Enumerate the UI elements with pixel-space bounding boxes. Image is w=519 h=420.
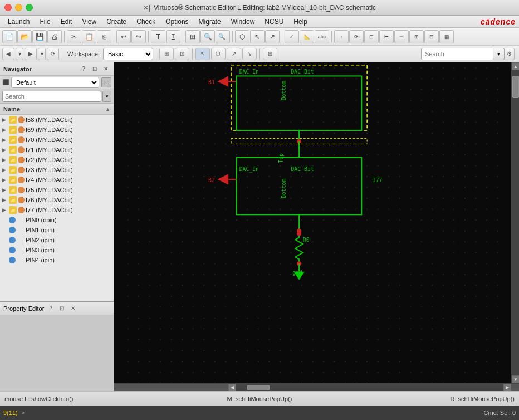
list-item[interactable]: ▶ 📁 I73 (MY...DACbit) [0,165,114,175]
list-item[interactable]: PIN0 (opin) [0,215,114,225]
menu-edit[interactable]: Edit [56,17,77,27]
list-item[interactable]: PIN3 (ipin) [0,245,114,255]
print-button[interactable]: 🖨 [47,30,62,43]
list-item[interactable]: ▶ 📁 I77 (MY...DACbit) [0,205,114,215]
property-editor-help-button[interactable]: ? [46,304,55,313]
menu-launch[interactable]: Launch [3,17,34,27]
minimize-button[interactable] [15,4,22,11]
list-item[interactable]: PIN2 (ipin) [0,235,114,245]
workspace-select[interactable]: Basic Advanced [103,48,153,60]
scroll-up-button[interactable]: ▲ [512,62,519,70]
zoom-in-button[interactable]: 🔍 [200,30,215,43]
ruler-button[interactable]: 📐 [300,30,314,43]
select-button[interactable]: T [151,30,165,43]
command-input[interactable] [28,409,480,416]
toolbar2-btn2[interactable]: ⊡ [175,48,189,60]
h-scrollbar-track[interactable] [236,384,503,391]
back-button[interactable]: ◀ [2,48,14,60]
back-dropdown[interactable]: ▾ [16,48,23,60]
toolbar-btn7[interactable]: ⊟ [424,30,439,43]
scroll-left-button[interactable]: ◀ [228,384,236,392]
menu-file[interactable]: File [35,17,55,27]
toolbar-btn5[interactable]: ⊣ [394,30,409,43]
text-button[interactable]: T [166,30,180,43]
navigator-search-dropdown[interactable]: ▾ [102,91,111,102]
add-wire-button[interactable]: ↖ [250,30,265,43]
menu-view[interactable]: View [77,17,101,27]
toolbar2-select-btn[interactable]: ↖ [195,48,210,60]
list-item[interactable]: ▶ 📁 I69 (MY...DACbit) [0,125,114,135]
menu-migrate[interactable]: Migrate [194,17,226,27]
toolbar-btn8[interactable]: ▦ [439,30,454,43]
list-item[interactable]: ▶ 📁 I71 (MY...DACbit) [0,145,114,155]
menu-window[interactable]: Window [227,17,260,27]
list-item[interactable]: PIN4 (ipin) [0,255,114,265]
scroll-down-button[interactable]: ▼ [512,375,519,383]
toolbar2-btn3[interactable]: ⬡ [211,48,226,60]
sort-icon[interactable]: ▲ [105,106,110,112]
menu-create[interactable]: Create [102,17,131,27]
open-button[interactable]: 📂 [17,30,32,43]
toolbar2-btn4[interactable]: ↗ [227,48,241,60]
schematic-canvas-area[interactable]: B1 DAC_In DAC Bit Bottom [114,62,511,383]
navigator-close-button[interactable]: ✕ [101,65,110,74]
bottom-scrollbar[interactable]: ◀ ▶ [228,383,511,391]
name-column-header: Name [3,106,105,113]
scrollbar-track[interactable] [512,70,519,375]
list-item[interactable]: PIN1 (ipin) [0,225,114,235]
refresh-button[interactable]: ⟳ [47,48,59,60]
forward-button[interactable]: ▶ [25,48,37,60]
add-pin-button[interactable]: ↗ [265,30,280,43]
label-button[interactable]: abc [315,30,329,43]
undo-button[interactable]: ↩ [116,30,131,43]
search-dropdown-button[interactable]: ▾ [493,48,505,60]
toolbar2-btn5[interactable]: ↘ [242,48,257,60]
menu-options[interactable]: Options [161,17,193,27]
close-button[interactable] [4,4,12,11]
maximize-button[interactable] [26,4,33,11]
navigator-detach-button[interactable]: ⊡ [90,65,99,74]
add-instance-button[interactable]: ⬡ [235,30,249,43]
check-button[interactable]: ✓ [285,30,299,43]
traffic-lights [4,4,33,11]
search-input[interactable] [421,48,493,60]
toolbar-btn2[interactable]: ⟳ [349,30,364,43]
navigator-help-button[interactable]: ? [79,65,88,74]
list-item[interactable]: ▶ 📁 I58 (MY...DACbit) [0,115,114,125]
toolbar-btn3[interactable]: ⊡ [364,30,379,43]
new-button[interactable]: 📄 [2,30,17,43]
menu-check[interactable]: Check [132,17,160,27]
list-item[interactable]: ▶ 📁 I70 (MY...DACbit) [0,135,114,145]
zoom-out-button[interactable]: 🔍- [216,30,230,43]
list-item[interactable]: ▶ 📁 I76 (MY...DACbit) [0,195,114,205]
status-mouse-left: mouse L: showClickInfo() [4,395,174,402]
list-item[interactable]: ▶ 📁 I75 (MY...DACbit) [0,185,114,195]
zoom-fit-button[interactable]: ⊞ [185,30,200,43]
command-counter: 9(11) [3,409,18,416]
toolbar-btn4[interactable]: ⊢ [379,30,394,43]
menu-help[interactable]: Help [289,17,312,27]
list-item[interactable]: ▶ 📁 I74 (MY...DACbit) [0,175,114,185]
cut-button[interactable]: ✂ [67,30,81,43]
toolbar-btn6[interactable]: ⊞ [409,30,424,43]
h-scrollbar-thumb[interactable] [247,385,270,390]
navigator-search-input[interactable] [2,91,101,102]
toolbar2-btn1[interactable]: ⊞ [159,48,174,60]
list-item[interactable]: ▶ 📁 I72 (MY...DACbit) [0,155,114,165]
redo-button[interactable]: ↪ [131,30,146,43]
menu-ncsu[interactable]: NCSU [260,17,288,27]
scrollbar-thumb[interactable] [512,76,519,98]
forward-dropdown[interactable]: ▾ [38,48,46,60]
save-button[interactable]: 💾 [32,30,47,43]
toolbar-btn1[interactable]: ↑ [334,30,349,43]
property-editor-close-button[interactable]: ✕ [68,304,77,313]
search-options-button[interactable]: ⚙ [505,48,515,60]
copy-button[interactable]: 📋 [82,30,96,43]
paste-button[interactable]: ⎘ [97,30,111,43]
toolbar2-btn6[interactable]: ⊟ [263,48,277,60]
filter-settings-button[interactable]: ⋯ [101,77,111,87]
filter-dropdown[interactable]: Default [11,77,99,88]
navigator-list[interactable]: ▶ 📁 I58 (MY...DACbit) ▶ 📁 I69 (MY...DACb… [0,115,114,301]
scroll-right-button[interactable]: ▶ [503,384,511,392]
property-editor-detach-button[interactable]: ⊡ [57,304,66,313]
